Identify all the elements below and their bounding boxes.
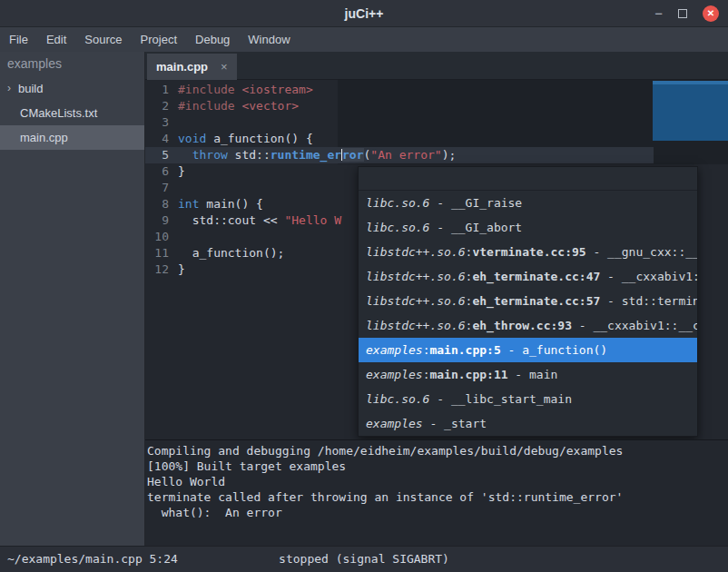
frame-function: - main xyxy=(508,368,558,381)
stack-frame-item[interactable]: examples:main.cpp:5 - a_function() xyxy=(359,338,697,362)
code-token: } xyxy=(178,164,185,178)
stack-frame-item[interactable]: libstdc++.so.6:eh_terminate.cc:57 - std:… xyxy=(359,289,697,313)
code-text: a_function(); xyxy=(169,245,284,261)
line-number: 10 xyxy=(145,229,169,245)
app-window: juCi++ − ✕ FileEditSourceProjectDebugWin… xyxy=(0,0,728,572)
minimize-button[interactable]: − xyxy=(654,0,663,27)
terminal-line: Compiling and debugging /home/eidheim/ex… xyxy=(147,443,728,459)
code-text: throw std::runtime_error("An error"); xyxy=(169,147,456,163)
code-text: void a_function() { xyxy=(169,131,313,147)
frame-file-line: eh_terminate.cc:47 xyxy=(472,270,600,283)
stack-frame-item[interactable]: libc.so.6 - __GI_abort xyxy=(359,215,697,240)
menu-file[interactable]: File xyxy=(0,27,37,52)
code-token: throw xyxy=(192,148,228,162)
code-token: #include xyxy=(178,83,241,96)
output-terminal[interactable]: Compiling and debugging /home/eidheim/ex… xyxy=(145,439,728,546)
line-number: 12 xyxy=(145,261,169,278)
code-editor[interactable]: 1#include <iostream>2#include <vector>34… xyxy=(145,80,728,439)
terminal-line: Hello World xyxy=(147,474,728,489)
stack-frame-item[interactable]: examples:main.cpp:11 - main xyxy=(359,362,697,387)
frame-function: - std::terminate() xyxy=(600,294,697,308)
sidebar-item-label: main.cpp xyxy=(20,125,68,150)
stack-frame-item[interactable]: libc.so.6 - __GI_raise xyxy=(359,191,697,215)
frame-library: libc.so.6 xyxy=(366,392,429,406)
frame-file-line: main.cpp:5 xyxy=(429,343,500,357)
line-number: 9 xyxy=(145,212,169,229)
menu-project[interactable]: Project xyxy=(132,27,186,52)
stack-trace-popup: libc.so.6 - __GI_raiselibc.so.6 - __GI_a… xyxy=(358,166,698,437)
sidebar-item-build[interactable]: ›build xyxy=(0,76,144,101)
code-token: a_function() { xyxy=(206,132,312,145)
frame-library: examples xyxy=(366,343,423,357)
code-token xyxy=(178,148,192,162)
frame-library: libstdc++.so.6 xyxy=(366,319,466,332)
line-number: 4 xyxy=(145,131,169,147)
frame-file-line: vterminate.cc:95 xyxy=(472,245,585,259)
frame-function: - _start xyxy=(423,417,487,430)
frame-library: libc.so.6 xyxy=(366,221,429,234)
menu-source[interactable]: Source xyxy=(75,27,131,52)
stack-frame-item[interactable]: libstdc++.so.6:vterminate.cc:95 - __gnu_… xyxy=(359,240,697,264)
code-text xyxy=(169,180,178,196)
frame-file-line: eh_terminate.cc:57 xyxy=(472,294,600,308)
sidebar-item-cmakelists-txt[interactable]: CMakeLists.txt xyxy=(0,101,144,125)
code-text xyxy=(169,229,178,245)
sidebar-item-label: build xyxy=(18,76,43,101)
close-button[interactable]: ✕ xyxy=(703,5,719,22)
tab-label: main.cpp xyxy=(156,60,208,74)
tab-close-icon[interactable]: × xyxy=(221,60,228,74)
doc-tooltip-fragment xyxy=(653,81,728,141)
code-text: } xyxy=(169,261,185,278)
code-token: ); xyxy=(442,148,457,162)
code-text: } xyxy=(169,163,185,180)
menu-bar: FileEditSourceProjectDebugWindow xyxy=(0,27,728,52)
code-text: std::cout << "Hello W xyxy=(169,212,341,229)
code-token: <vector> xyxy=(241,99,299,113)
window-title: juCi++ xyxy=(0,0,728,27)
code-token: "An error" xyxy=(370,148,441,162)
code-token: runtime_er xyxy=(271,148,341,162)
maximize-button[interactable] xyxy=(678,9,687,18)
stack-frame-item[interactable]: libc.so.6 - __libc_start_main xyxy=(359,387,697,411)
code-text xyxy=(169,114,178,131)
code-token: std::cout << xyxy=(178,213,284,227)
code-token: main() { xyxy=(199,197,262,211)
code-text: #include <iostream> xyxy=(169,82,313,98)
frame-function: - a_function() xyxy=(501,343,607,357)
frame-function: - __gnu_cxx::__verbos xyxy=(586,245,697,259)
line-number: 6 xyxy=(145,163,169,180)
status-debug-state: stopped (signal SIGABRT) xyxy=(0,547,728,572)
code-line[interactable]: 5 throw std::runtime_error("An error"); xyxy=(145,147,456,163)
code-line[interactable]: 1#include <iostream> xyxy=(145,82,456,98)
stack-frame-item[interactable]: libstdc++.so.6:eh_terminate.cc:47 - __cx… xyxy=(359,264,697,289)
code-token: a_function(); xyxy=(178,246,284,260)
terminal-line: what(): An error xyxy=(147,505,728,520)
code-line[interactable]: 4void a_function() { xyxy=(145,131,456,147)
title-bar: juCi++ − ✕ xyxy=(0,0,728,27)
frame-function: - __cxxabiv1::__term xyxy=(600,270,697,283)
sidebar-item-main-cpp[interactable]: main.cpp xyxy=(0,125,144,150)
frame-function: - __cxxabiv1::__cxa_thro xyxy=(572,319,697,332)
code-line[interactable]: 2#include <vector> xyxy=(145,98,456,114)
menu-window[interactable]: Window xyxy=(239,27,299,52)
code-token: "Hello W xyxy=(284,213,341,227)
frame-library: libstdc++.so.6 xyxy=(366,294,466,308)
frame-function: - __GI_raise xyxy=(429,196,522,210)
file-tree-sidebar: examples ›buildCMakeLists.txtmain.cpp xyxy=(0,52,145,546)
stack-popup-header xyxy=(359,167,697,191)
code-token: ror xyxy=(342,148,363,162)
code-token: #include xyxy=(178,99,241,113)
frame-file-line: main.cpp:11 xyxy=(429,368,507,381)
editor-pane: main.cpp × 1#include <iostream>2#include… xyxy=(145,52,728,546)
menu-edit[interactable]: Edit xyxy=(37,27,75,52)
code-token: void xyxy=(178,132,206,145)
code-text: int main() { xyxy=(169,196,263,212)
menu-debug[interactable]: Debug xyxy=(186,27,239,52)
tab-main-cpp[interactable]: main.cpp × xyxy=(147,54,237,80)
code-line[interactable]: 3 xyxy=(145,114,456,131)
line-number: 2 xyxy=(145,98,169,114)
project-root-label: examples xyxy=(0,52,144,76)
stack-frame-item[interactable]: examples - _start xyxy=(359,411,697,436)
line-number: 11 xyxy=(145,245,169,261)
stack-frame-item[interactable]: libstdc++.so.6:eh_throw.cc:93 - __cxxabi… xyxy=(359,313,697,338)
